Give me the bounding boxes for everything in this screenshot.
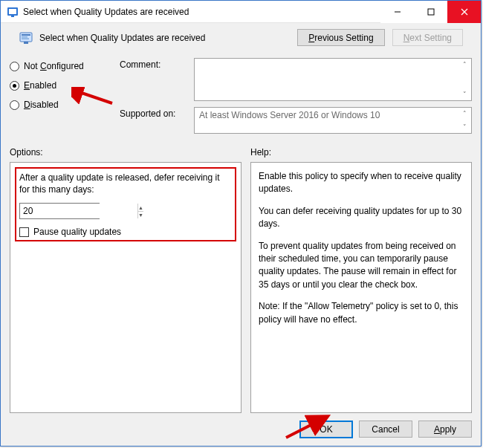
svg-rect-10: [22, 38, 29, 39]
form-fields: Comment: ˄ ˅ Supported on: At least Wind…: [120, 53, 472, 140]
apply-button[interactable]: Apply: [418, 421, 472, 438]
comment-label: Comment:: [120, 58, 194, 101]
dialog-body: Select when Quality Updates are received…: [1, 23, 481, 446]
top-form-area: Not Configured Enabled Disabled Comment:: [10, 53, 472, 144]
radio-not-configured[interactable]: Not Configured: [10, 58, 114, 74]
radio-icon: [10, 62, 19, 71]
minimize-button[interactable]: [380, 1, 414, 23]
radio-icon: [10, 81, 19, 91]
defer-days-label: After a quality update is released, defe…: [19, 172, 232, 195]
dialog-header: Select when Quality Updates are received…: [10, 23, 472, 53]
pane-labels: Options: Help:: [10, 144, 472, 162]
window-title: Select when Quality Updates are received: [23, 7, 380, 17]
defer-days-spinner[interactable]: ▲ ▼: [19, 203, 100, 219]
close-button[interactable]: [447, 1, 481, 23]
policy-icon: [19, 30, 33, 45]
radio-icon: [10, 100, 19, 110]
setting-nav: Previous Setting Next Setting: [297, 29, 463, 46]
scroll-down-icon[interactable]: ˅: [460, 123, 469, 132]
help-para: To prevent quality updates from being re…: [259, 240, 464, 292]
svg-rect-4: [428, 9, 434, 15]
supported-value: At least Windows Server 2016 or Windows …: [199, 110, 380, 120]
options-pane: After a quality update is released, defe…: [10, 162, 242, 413]
radio-label: Enabled: [24, 80, 56, 91]
help-pane: Enable this policy to specify when to re…: [250, 162, 472, 413]
spinner-up-button[interactable]: ▲: [138, 204, 143, 212]
spinner-buttons: ▲ ▼: [137, 204, 143, 218]
supported-textarea: At least Windows Server 2016 or Windows …: [194, 107, 472, 134]
help-text: Enable this policy to specify when to re…: [259, 170, 464, 326]
policy-title: Select when Quality Updates are received: [39, 33, 297, 43]
comment-row: Comment: ˄ ˅: [120, 58, 472, 101]
checkbox-icon: [19, 227, 29, 237]
titlebar: Select when Quality Updates are received: [1, 1, 481, 23]
defer-days-input[interactable]: [20, 204, 137, 218]
state-radios: Not Configured Enabled Disabled: [10, 53, 114, 140]
dialog-footer: OK Cancel Apply: [10, 413, 472, 438]
scroll-down-icon[interactable]: ˅: [460, 90, 469, 99]
ok-button[interactable]: OK: [299, 421, 353, 438]
radio-enabled[interactable]: Enabled: [10, 77, 114, 94]
svg-rect-8: [22, 34, 30, 36]
app-icon: [7, 6, 19, 18]
scroll-up-icon[interactable]: ˄: [460, 60, 469, 69]
supported-row: Supported on: At least Windows Server 20…: [120, 107, 472, 134]
window-controls: [380, 1, 481, 23]
radio-label: Not Configured: [24, 61, 84, 71]
maximize-button[interactable]: [414, 1, 447, 23]
spinner-down-button[interactable]: ▼: [138, 212, 143, 219]
previous-setting-button[interactable]: Previous Setting: [297, 29, 384, 46]
help-para: Enable this policy to specify when to re…: [259, 170, 464, 196]
supported-label: Supported on:: [120, 107, 194, 134]
next-setting-button: Next Setting: [392, 29, 463, 46]
svg-rect-9: [22, 36, 27, 38]
svg-rect-1: [9, 9, 16, 14]
panes: After a quality update is released, defe…: [10, 162, 472, 413]
help-para: You can defer receiving quality updates …: [259, 205, 464, 231]
radio-disabled[interactable]: Disabled: [10, 97, 114, 113]
gpo-editor-dialog: Select when Quality Updates are received…: [0, 0, 482, 447]
pause-updates-checkbox[interactable]: Pause quality updates: [19, 227, 232, 237]
annotation-highlight: After a quality update is released, defe…: [15, 167, 236, 241]
svg-rect-11: [24, 42, 28, 44]
scroll-up-icon[interactable]: ˄: [460, 109, 469, 118]
help-label: Help:: [250, 147, 271, 158]
options-label: Options:: [10, 147, 242, 158]
help-para: Note: If the "Allow Telemetry" policy is…: [259, 300, 464, 326]
pause-updates-label: Pause quality updates: [33, 227, 121, 237]
comment-textarea[interactable]: ˄ ˅: [194, 58, 472, 101]
svg-rect-2: [11, 16, 14, 17]
cancel-button[interactable]: Cancel: [359, 421, 412, 438]
radio-label: Disabled: [24, 100, 59, 110]
